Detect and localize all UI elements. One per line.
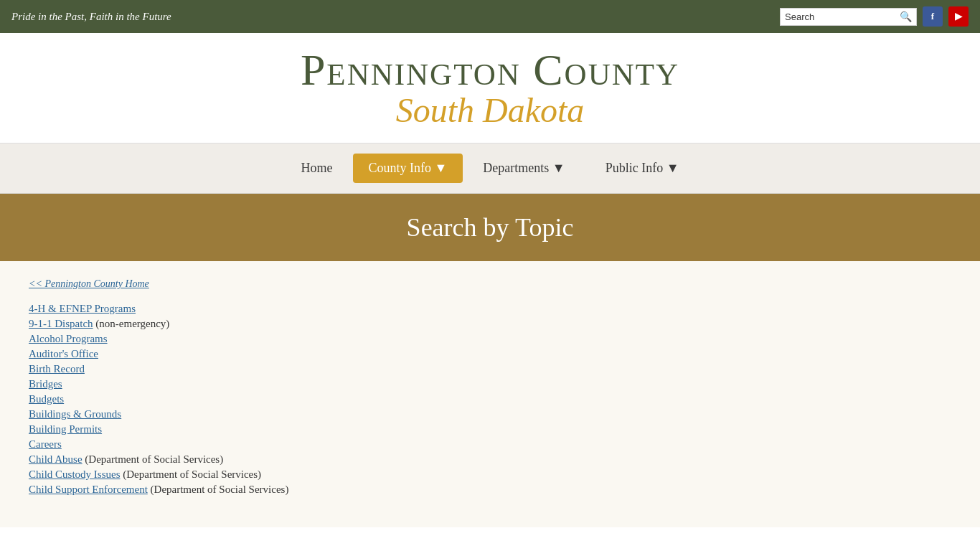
- nav-home[interactable]: Home: [281, 154, 353, 183]
- tagline: Pride in the Past, Faith in the Future: [11, 11, 171, 23]
- topic-link[interactable]: Child Support Enforcement: [29, 484, 148, 495]
- search-icon[interactable]: 🔍: [900, 11, 912, 23]
- list-item: 9-1-1 Dispatch (non-emergency): [29, 318, 951, 330]
- facebook-icon[interactable]: f: [923, 6, 943, 27]
- nav-public-info[interactable]: Public Info ▼: [585, 154, 699, 183]
- top-bar-right: 🔍 f ▶: [780, 6, 969, 27]
- content-area: << Pennington County Home 4-H & EFNEP Pr…: [0, 261, 980, 527]
- topic-suffix: (Department of Social Services): [83, 453, 224, 465]
- nav-county-info[interactable]: County Info ▼: [353, 154, 463, 183]
- list-item: Alcohol Programs: [29, 333, 951, 345]
- list-item: Auditor's Office: [29, 348, 951, 360]
- topic-link[interactable]: Birth Record: [29, 363, 85, 375]
- list-item: Bridges: [29, 378, 951, 390]
- list-item: Budgets: [29, 393, 951, 405]
- logo-area: Pennington County South Dakota: [0, 33, 980, 143]
- nav-bar: Home County Info ▼ Departments ▼ Public …: [0, 143, 980, 194]
- page-title-banner: Search by Topic: [0, 194, 980, 261]
- back-link[interactable]: << Pennington County Home: [29, 278, 149, 290]
- list-item: Birth Record: [29, 363, 951, 375]
- list-item: Child Abuse (Department of Social Servic…: [29, 453, 951, 466]
- topic-suffix: (non-emergency): [93, 318, 170, 329]
- list-item: Buildings & Grounds: [29, 408, 951, 420]
- topic-link[interactable]: Careers: [29, 438, 62, 450]
- search-box[interactable]: 🔍: [780, 8, 917, 26]
- topic-link[interactable]: Child Custody Issues: [29, 468, 121, 480]
- logo-main: Pennington County: [301, 47, 679, 92]
- topic-link[interactable]: Budgets: [29, 393, 64, 405]
- page-title: Search by Topic: [407, 213, 574, 242]
- search-input[interactable]: [785, 11, 900, 22]
- list-item: Child Support Enforcement (Department of…: [29, 484, 951, 496]
- list-item: Building Permits: [29, 423, 951, 435]
- topic-link[interactable]: Child Abuse: [29, 453, 83, 465]
- topic-link[interactable]: Buildings & Grounds: [29, 408, 121, 420]
- nav-departments[interactable]: Departments ▼: [463, 154, 585, 183]
- topic-suffix: (Department of Social Services): [148, 484, 289, 495]
- topic-link[interactable]: Alcohol Programs: [29, 333, 108, 344]
- topic-link[interactable]: Auditor's Office: [29, 348, 98, 359]
- topic-link[interactable]: 4-H & EFNEP Programs: [29, 303, 136, 314]
- topic-list: 4-H & EFNEP Programs9-1-1 Dispatch (non-…: [29, 303, 951, 496]
- topic-suffix: (Department of Social Services): [121, 468, 262, 480]
- topic-link[interactable]: Bridges: [29, 378, 62, 390]
- topic-link[interactable]: 9-1-1 Dispatch: [29, 318, 93, 329]
- list-item: 4-H & EFNEP Programs: [29, 303, 951, 315]
- youtube-icon[interactable]: ▶: [948, 6, 969, 27]
- top-bar: Pride in the Past, Faith in the Future 🔍…: [0, 0, 980, 33]
- topic-link[interactable]: Building Permits: [29, 423, 102, 435]
- list-item: Child Custody Issues (Department of Soci…: [29, 468, 951, 481]
- logo-sub: South Dakota: [396, 92, 585, 130]
- list-item: Careers: [29, 438, 951, 451]
